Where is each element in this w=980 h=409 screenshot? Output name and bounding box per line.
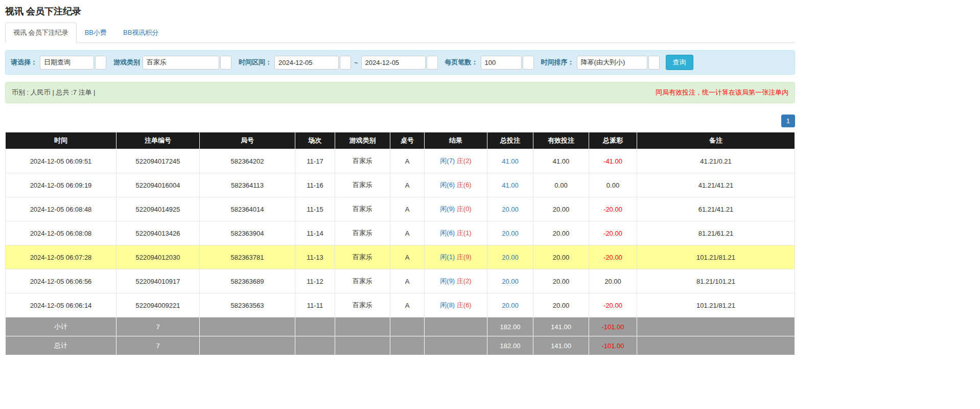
date-from-picker-toggle[interactable] (340, 56, 351, 70)
result-banker-text: 庄(0) (457, 205, 472, 213)
total-label: 总计 (6, 336, 116, 355)
cell-total-bet: 41.00 (487, 173, 533, 197)
cell-table-no: A (390, 173, 425, 197)
cell-round-id: 582363904 (200, 221, 295, 245)
cell-total-bet: 20.00 (487, 269, 533, 293)
tab-bb-video-points[interactable]: BB视讯积分 (115, 22, 167, 43)
cell-valid-bet: 20.00 (533, 197, 589, 221)
page-size-dropdown-toggle[interactable] (523, 56, 534, 70)
subtotal-label: 小计 (6, 317, 116, 336)
select-type-dropdown-toggle[interactable] (95, 56, 106, 70)
result-player-text: 闲(8) (440, 301, 455, 309)
total-valid-bet: 141.00 (533, 336, 589, 355)
result-player-text: 闲(7) (440, 157, 455, 165)
total-count: 7 (116, 336, 200, 355)
cell-session: 11-11 (295, 293, 335, 317)
cell-round-id: 582363563 (200, 293, 295, 317)
page-size-input[interactable] (481, 56, 522, 70)
cell-total-payout: 0.00 (589, 173, 637, 197)
table-row: 2024-12-05 06:06:56 522094010917 5823636… (6, 269, 795, 293)
cell-game-type: 百家乐 (335, 293, 390, 317)
result-player-text: 闲(6) (440, 181, 455, 189)
result-player-text: 闲(1) (440, 253, 455, 261)
cell-table-no: A (390, 149, 425, 173)
cell-note: 101.21/81.21 (637, 245, 795, 269)
tab-bb-tip[interactable]: BB小费 (77, 22, 115, 43)
cell-note: 41.21/41.21 (637, 173, 795, 197)
cell-round-id: 582363689 (200, 269, 295, 293)
subtotal-count: 7 (116, 317, 200, 336)
total-bet-link[interactable]: 20.00 (502, 278, 519, 285)
result-player-text: 闲(6) (440, 229, 455, 237)
result-player-text: 闲(9) (440, 205, 455, 213)
cell-table-no: A (390, 221, 425, 245)
cell-result: 闲(1) 庄(9) (425, 245, 487, 269)
date-to-input[interactable] (361, 56, 426, 70)
sort-order-dropdown-toggle[interactable] (648, 56, 660, 70)
cell-bet-id: 522094016004 (116, 173, 200, 197)
cell-total-bet: 20.00 (487, 197, 533, 221)
result-player-text: 闲(9) (440, 277, 455, 285)
table-row: 2024-12-05 06:06:14 522094009221 5823635… (6, 293, 795, 317)
cell-table-no: A (390, 245, 425, 269)
cell-time: 2024-12-05 06:09:51 (6, 149, 116, 173)
cell-time: 2024-12-05 06:08:08 (6, 221, 116, 245)
tab-video-bet-records[interactable]: 视讯 会员下注纪录 (5, 22, 77, 43)
cell-total-bet: 20.00 (487, 221, 533, 245)
cell-bet-id: 522094013426 (116, 221, 200, 245)
cell-session: 11-13 (295, 245, 335, 269)
date-range-separator: ~ (354, 59, 358, 66)
total-bet-link[interactable]: 20.00 (502, 254, 519, 261)
cell-total-bet: 20.00 (487, 293, 533, 317)
cell-total-payout: -20.00 (589, 293, 637, 317)
cell-bet-id: 522094017245 (116, 149, 200, 173)
sort-order-input[interactable] (577, 56, 647, 70)
column-header: 总投注 (487, 132, 533, 149)
total-bet-link[interactable]: 41.00 (502, 181, 519, 189)
cell-valid-bet: 20.00 (533, 221, 589, 245)
game-type-input[interactable] (143, 56, 219, 70)
column-header: 局号 (200, 132, 295, 149)
table-row: 2024-12-05 06:09:19 522094016004 5823641… (6, 173, 795, 197)
date-from-input[interactable] (274, 56, 339, 70)
cell-total-payout: -41.00 (589, 149, 637, 173)
cell-total-payout: 20.00 (589, 269, 637, 293)
filter-bar: 请选择： 游戏类别 时间区间： ~ 每页笔数： 时间排序： 查询 (5, 50, 795, 75)
cell-time: 2024-12-05 06:08:48 (6, 197, 116, 221)
subtotal-valid-bet: 141.00 (533, 317, 589, 336)
cell-game-type: 百家乐 (335, 221, 390, 245)
cell-bet-id: 522094012030 (116, 245, 200, 269)
cell-total-payout: -20.00 (589, 221, 637, 245)
total-bet-link[interactable]: 20.00 (502, 302, 519, 309)
total-bet-link[interactable]: 20.00 (502, 230, 519, 237)
cell-result: 闲(7) 庄(2) (425, 149, 487, 173)
cell-time: 2024-12-05 06:06:14 (6, 293, 116, 317)
cell-round-id: 582364202 (200, 149, 295, 173)
result-banker-text: 庄(2) (457, 157, 472, 165)
cell-game-type: 百家乐 (335, 173, 390, 197)
cell-result: 闲(9) 庄(0) (425, 197, 487, 221)
page-button-1[interactable]: 1 (781, 115, 795, 127)
cell-round-id: 582364014 (200, 197, 295, 221)
select-type-input[interactable] (40, 56, 94, 70)
total-payout: -101.00 (589, 336, 637, 355)
column-header: 场次 (295, 132, 335, 149)
subtotal-total-bet: 182.00 (487, 317, 533, 336)
cell-valid-bet: 41.00 (533, 149, 589, 173)
result-banker-text: 庄(6) (457, 181, 472, 189)
game-type-dropdown-toggle[interactable] (220, 56, 231, 70)
table-row: 2024-12-05 06:07:28 522094012030 5823637… (6, 245, 795, 269)
cell-total-payout: -20.00 (589, 197, 637, 221)
cell-note: 81.21/101.21 (637, 269, 795, 293)
summary-currency-count: 币别 : 人民币 | 总共 :7 注单 | (12, 88, 96, 97)
total-bet-link[interactable]: 41.00 (502, 157, 519, 165)
search-button[interactable]: 查询 (666, 55, 693, 70)
summary-bar: 币别 : 人民币 | 总共 :7 注单 | 同局有效投注，统一计算在该局第一张注… (5, 82, 795, 103)
total-bet-link[interactable]: 20.00 (502, 206, 519, 213)
table-row: 2024-12-05 06:09:51 522094017245 5823642… (6, 149, 795, 173)
column-header: 结果 (425, 132, 487, 149)
date-to-picker-toggle[interactable] (427, 56, 438, 70)
cell-bet-id: 522094014925 (116, 197, 200, 221)
cell-total-bet: 20.00 (487, 245, 533, 269)
pagination-top: 1 (5, 115, 795, 127)
